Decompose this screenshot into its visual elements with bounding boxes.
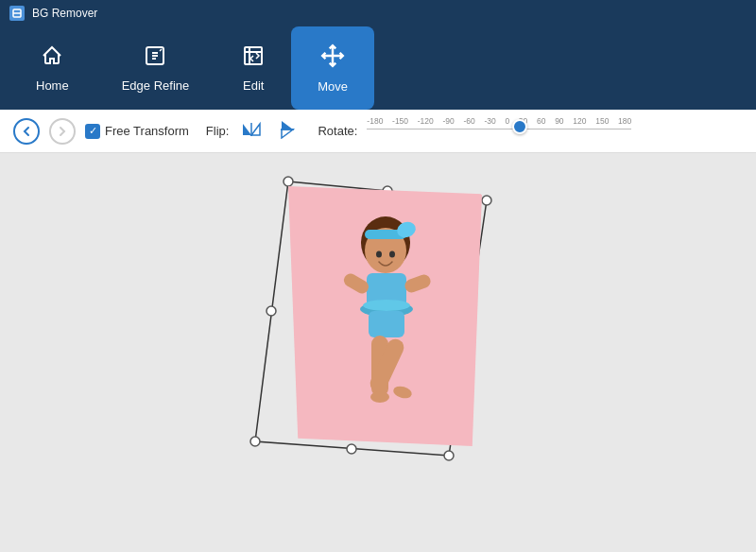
svg-marker-7 xyxy=(282,121,293,129)
image-box xyxy=(288,186,482,446)
free-transform-checkbox-wrap[interactable]: ✓ Free Transform xyxy=(85,124,189,139)
nav-item-edit[interactable]: Edit xyxy=(215,26,291,110)
transform-container xyxy=(246,172,520,474)
svg-marker-6 xyxy=(251,124,260,135)
svg-point-11 xyxy=(284,177,293,186)
flip-vertical-button[interactable] xyxy=(274,118,301,145)
nav-bar: Home Edge Refine Edit Move xyxy=(0,26,756,110)
scale-line xyxy=(367,129,631,129)
title-bar: BG Remover xyxy=(0,0,756,26)
flip-label: Flip: xyxy=(206,124,230,138)
nav-edge-refine-label: Edge Refine xyxy=(122,78,190,93)
forward-button[interactable] xyxy=(49,118,76,145)
flip-horizontal-button[interactable] xyxy=(238,118,265,145)
canvas-area[interactable] xyxy=(0,153,756,552)
edge-refine-icon xyxy=(144,44,166,73)
nav-item-home[interactable]: Home xyxy=(9,26,95,110)
edit-icon xyxy=(242,44,265,73)
svg-point-33 xyxy=(376,250,382,257)
main-content: ✋ 30% xyxy=(0,153,756,552)
app-icon xyxy=(9,6,25,21)
svg-marker-9 xyxy=(282,129,293,138)
svg-point-13 xyxy=(444,451,454,460)
svg-rect-27 xyxy=(403,272,432,294)
back-button[interactable] xyxy=(13,118,40,145)
svg-point-34 xyxy=(389,250,395,257)
home-icon xyxy=(41,44,63,73)
rotate-slider-thumb[interactable] xyxy=(512,119,527,134)
svg-rect-28 xyxy=(369,311,404,337)
svg-marker-4 xyxy=(243,124,251,135)
nav-item-edge-refine[interactable]: Edge Refine xyxy=(95,26,216,110)
rotate-label: Rotate: xyxy=(318,124,357,138)
nav-move-label: Move xyxy=(318,79,348,94)
svg-point-18 xyxy=(266,306,276,316)
svg-rect-26 xyxy=(341,270,370,295)
app-title: BG Remover xyxy=(32,7,97,20)
nav-home-label: Home xyxy=(36,78,69,93)
free-transform-checkbox[interactable]: ✓ xyxy=(85,124,100,139)
svg-point-25 xyxy=(363,300,410,311)
free-transform-label: Free Transform xyxy=(105,124,189,138)
move-icon xyxy=(320,43,345,74)
svg-point-14 xyxy=(250,437,260,446)
nav-edit-label: Edit xyxy=(243,78,264,93)
nav-item-move[interactable]: Move xyxy=(291,26,374,110)
rotate-slider-track[interactable]: -180 -150 -120 -90 -60 -30 0 30 60 90 12… xyxy=(367,117,631,146)
scale-ticks: -180 -150 -120 -90 -60 -30 0 30 60 90 12… xyxy=(367,117,631,126)
toolbar: ✓ Free Transform Flip: Rotate: -180 -150… xyxy=(0,110,756,153)
svg-point-17 xyxy=(347,444,356,454)
svg-point-12 xyxy=(482,196,491,205)
svg-point-31 xyxy=(370,391,389,403)
girl-figure xyxy=(319,203,452,430)
svg-point-32 xyxy=(391,384,412,400)
